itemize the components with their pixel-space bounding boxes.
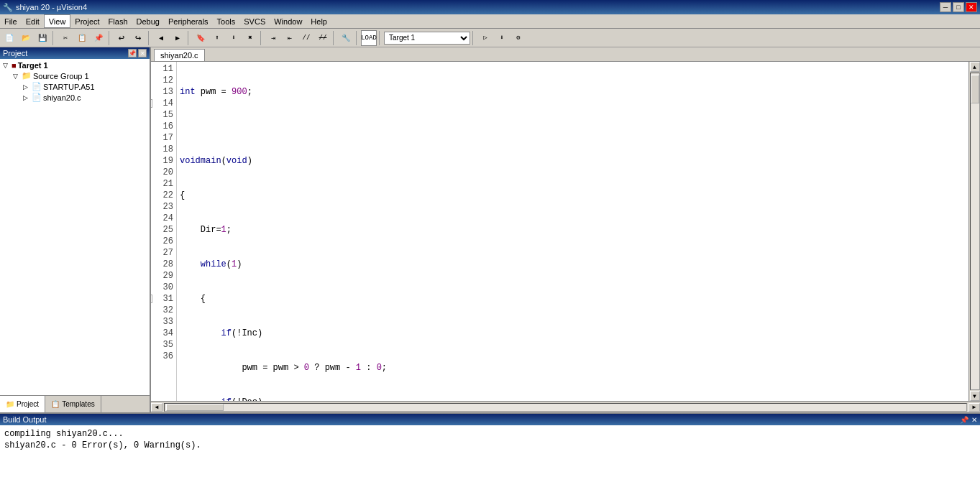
cut-button[interactable]: ✂️ <box>58 30 73 46</box>
source-group-icon: 📁 <box>22 71 32 80</box>
open-file-button[interactable]: 📂 <box>18 30 34 46</box>
ln-22: 22 <box>154 190 173 201</box>
menu-project[interactable]: Project <box>70 14 104 28</box>
debug-settings[interactable]: ⚙ <box>510 30 526 46</box>
hscroll-row: ◀ ▶ <box>151 401 980 412</box>
tab-templates[interactable]: 📋 Templates <box>45 396 101 412</box>
next-button[interactable]: ▶ <box>170 30 186 46</box>
ln-27: 27 <box>154 247 173 259</box>
hscroll-track[interactable] <box>164 403 967 412</box>
tree-source-group1[interactable]: ▽ 📁 Source Group 1 <box>1 70 148 81</box>
build-output: Build Output 📌 ✕ compiling shiyan20.c...… <box>0 412 980 500</box>
hscroll-right-button[interactable]: ▶ <box>968 403 980 412</box>
next-bookmark-button[interactable]: ⬇ <box>226 30 242 46</box>
title-bar: 🔧 shiyan 20 - µVision4 ─ □ ✕ <box>0 0 980 14</box>
asm-file-icon: 📄 <box>32 82 42 91</box>
menu-file[interactable]: File <box>0 14 22 28</box>
templates-tab-label: Templates <box>62 400 95 408</box>
ln-36: 36 <box>154 351 173 362</box>
build-btn[interactable]: LOAD <box>361 30 377 46</box>
editor-tab-shiyan20[interactable]: shiyan20.c <box>154 49 205 61</box>
indent-button[interactable]: ⇥ <box>265 30 281 46</box>
sep2 <box>109 31 111 45</box>
ln-12: 12 <box>154 75 173 86</box>
ln-25: 25 <box>154 224 173 236</box>
code-line-20: if(!Dec) <box>180 397 966 401</box>
editor-tab-filename: shiyan20.c <box>160 51 198 60</box>
comment-button[interactable]: // <box>298 30 314 46</box>
tree-startup-file[interactable]: ▷ 📄 STARTUP.A51 <box>1 81 148 92</box>
menu-svcs[interactable]: SVCS <box>239 14 270 28</box>
tree-expand-target1[interactable]: ▽ <box>3 62 10 69</box>
menu-debug[interactable]: Debug <box>132 14 164 28</box>
bookmark-button[interactable]: 🔖 <box>193 30 209 46</box>
menu-help[interactable]: Help <box>306 14 331 28</box>
tree-expand-shiyan20[interactable]: ▷ <box>23 94 30 101</box>
ln-34: 34 <box>154 328 173 339</box>
redo-button[interactable]: ↪ <box>130 30 146 46</box>
build-line-2: shiyan20.c - 0 Error(s), 0 Warning(s). <box>4 440 976 451</box>
ln-24: 24 <box>154 213 173 224</box>
project-tabs: 📁 Project 📋 Templates <box>0 395 150 412</box>
menu-flash[interactable]: Flash <box>104 14 132 28</box>
ln-14: 14- <box>154 98 173 109</box>
flash-download[interactable]: ⬇ <box>494 30 510 46</box>
tree-expand-startup[interactable]: ▷ <box>23 83 30 91</box>
sep8 <box>379 31 382 45</box>
ln-31: 31- <box>154 293 173 305</box>
code-line-19: pwm = pwm > 0 ? pwm - 1 : 0; <box>180 362 966 374</box>
ln-35: 35 <box>154 339 173 351</box>
sep7 <box>356 31 359 45</box>
prev-button[interactable]: ◀ <box>153 30 169 46</box>
build-output-pin-button[interactable]: 📌 <box>960 416 968 424</box>
uncomment-button[interactable]: // <box>315 30 331 46</box>
hscroll-left-button[interactable]: ◀ <box>151 403 162 412</box>
shiyan20-file-label: shiyan20.c <box>43 93 81 102</box>
target1-label: Target 1 <box>18 61 48 70</box>
title-text: shiyan 20 - µVision4 <box>16 3 87 11</box>
ln-20: 20 <box>154 167 173 178</box>
panel-close-button[interactable]: ✕ <box>138 49 147 57</box>
ln-19: 19 <box>154 155 173 167</box>
title-bar-left: 🔧 shiyan 20 - µVision4 <box>3 3 87 12</box>
save-button[interactable]: 💾 <box>35 30 50 46</box>
undo-button[interactable]: ↩ <box>114 30 129 46</box>
menu-view[interactable]: View <box>44 14 71 28</box>
tree-shiyan20-file[interactable]: ▷ 📄 shiyan20.c <box>1 92 148 103</box>
ln-32: 32 <box>154 305 173 316</box>
menu-peripherals[interactable]: Peripherals <box>164 14 213 28</box>
menu-tools[interactable]: Tools <box>213 14 240 28</box>
unindent-button[interactable]: ⇤ <box>282 30 298 46</box>
minimize-button[interactable]: ─ <box>940 2 951 12</box>
app-icon: 🔧 <box>3 3 13 12</box>
close-button[interactable]: ✕ <box>966 2 977 12</box>
vscroll-down-button[interactable]: ▼ <box>970 391 980 401</box>
sep5 <box>260 31 263 45</box>
c-file-icon: 📄 <box>32 93 42 102</box>
debug-start[interactable]: ▷ <box>477 30 493 46</box>
build-output-close-button[interactable]: ✕ <box>971 416 977 424</box>
panel-pin-button[interactable]: 📌 <box>128 49 137 57</box>
prev-bookmark-button[interactable]: ⬆ <box>209 30 225 46</box>
code-line-17: { <box>180 293 966 305</box>
code-editor[interactable]: int pwm = 900; void main(void) { Dir=1; … <box>177 62 968 401</box>
maximize-button[interactable]: □ <box>953 2 964 12</box>
tree-expand-sg1[interactable]: ▽ <box>13 73 20 80</box>
tools-icon[interactable]: 🔧 <box>338 30 354 46</box>
tab-project[interactable]: 📁 Project <box>0 396 45 412</box>
code-line-12 <box>180 121 966 132</box>
vscroll-up-button[interactable]: ▲ <box>970 62 980 72</box>
target-selector[interactable]: Target 1 <box>384 32 470 45</box>
new-file-button[interactable]: 📄 <box>1 30 17 46</box>
vscroll-track[interactable] <box>970 73 980 390</box>
hscroll-thumb[interactable] <box>166 404 224 411</box>
editor-area: shiyan20.c 11 12 13 14- 15 16 17 18 19 2… <box>151 47 980 412</box>
clear-bookmarks-button[interactable]: ✖ <box>242 30 258 46</box>
menu-edit[interactable]: Edit <box>22 14 44 28</box>
paste-button[interactable]: 📌 <box>91 30 106 46</box>
vscroll-thumb[interactable] <box>971 75 979 103</box>
copy-button[interactable]: 📋 <box>74 30 90 46</box>
code-container[interactable]: 11 12 13 14- 15 16 17 18 19 20 21 22 23 … <box>151 62 980 401</box>
menu-window[interactable]: Window <box>270 14 306 28</box>
tree-target1[interactable]: ▽ ■ Target 1 <box>1 60 148 70</box>
